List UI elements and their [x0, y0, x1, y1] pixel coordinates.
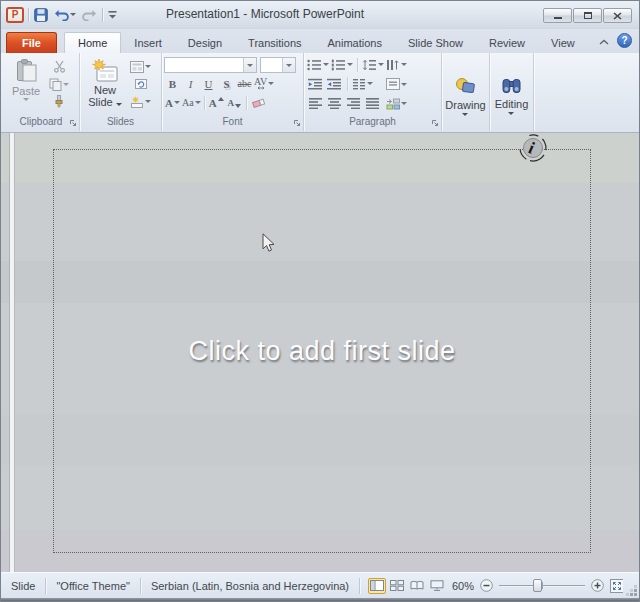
- editing-button[interactable]: Editing: [495, 72, 529, 115]
- zoom-in-icon: [591, 579, 604, 592]
- help-button[interactable]: ?: [617, 33, 632, 48]
- tab-file[interactable]: File: [6, 32, 57, 53]
- eraser-icon: [251, 97, 266, 109]
- layout-button[interactable]: [130, 58, 151, 75]
- justify-button[interactable]: [364, 94, 381, 111]
- zoom-out-button[interactable]: [480, 579, 493, 592]
- paste-icon: [15, 59, 38, 84]
- convert-smartart-button[interactable]: [386, 95, 407, 112]
- window-controls: [543, 8, 632, 23]
- increase-indent-button[interactable]: [326, 75, 343, 92]
- copy-button[interactable]: [49, 76, 69, 93]
- font-dialog-launcher[interactable]: [293, 118, 301, 126]
- align-text-button[interactable]: [386, 76, 407, 93]
- customize-qat-button[interactable]: [107, 9, 118, 20]
- line-spacing-button[interactable]: [362, 56, 384, 73]
- mouse-cursor: [262, 233, 276, 257]
- undo-button[interactable]: [53, 8, 77, 22]
- shrink-font-arrow: [235, 104, 241, 108]
- paste-label: Paste: [12, 85, 40, 97]
- italic-button[interactable]: I: [182, 75, 199, 92]
- reset-button[interactable]: [130, 76, 151, 93]
- powerpoint-app-icon[interactable]: P: [6, 7, 24, 23]
- zoom-slider-thumb[interactable]: [533, 579, 542, 592]
- bullets-button[interactable]: [307, 56, 329, 73]
- increase-indent-icon: [327, 78, 342, 90]
- status-theme[interactable]: "Office Theme": [46, 577, 139, 595]
- align-left-button[interactable]: [307, 94, 324, 111]
- columns-button[interactable]: [352, 75, 373, 92]
- resize-grip[interactable]: [634, 593, 637, 596]
- decrease-indent-icon: [308, 78, 323, 90]
- minimize-button[interactable]: [543, 8, 572, 23]
- new-slide-button[interactable]: New Slide: [82, 56, 128, 114]
- font-name-dropdown[interactable]: [243, 58, 256, 72]
- shrink-font-button[interactable]: A: [226, 94, 243, 111]
- text-direction-button[interactable]: [386, 56, 407, 73]
- editing-dropdown-arrow: [508, 112, 514, 115]
- cut-button[interactable]: [49, 58, 69, 75]
- divider: [102, 8, 103, 22]
- tab-view[interactable]: View: [538, 32, 588, 53]
- align-text-dropdown-arrow: [401, 83, 407, 86]
- reading-view-button[interactable]: [408, 578, 426, 594]
- paragraph-group-label: Paragraph: [349, 116, 396, 127]
- slides-group: New Slide Slides: [80, 53, 162, 131]
- font-name-combobox[interactable]: [164, 57, 257, 73]
- slide-sorter-view-button[interactable]: [388, 578, 406, 594]
- strikethrough-button[interactable]: abc: [236, 75, 253, 92]
- align-right-button[interactable]: [345, 94, 362, 111]
- columns-icon: [352, 78, 366, 90]
- divider: [28, 8, 29, 22]
- change-case-button[interactable]: Aa: [182, 94, 201, 111]
- normal-view-button[interactable]: [368, 578, 386, 594]
- decrease-indent-button[interactable]: [307, 75, 324, 92]
- window-bottom-edge: [1, 598, 639, 602]
- status-slide-indicator[interactable]: Slide: [1, 577, 45, 595]
- zoom-level[interactable]: 60%: [452, 580, 474, 592]
- clipboard-dialog-launcher[interactable]: [69, 118, 77, 126]
- tab-animations[interactable]: Animations: [315, 32, 395, 53]
- click-to-add-slide-text[interactable]: Click to add first slide: [53, 336, 591, 367]
- zoom-in-button[interactable]: [591, 579, 604, 592]
- smartart-dropdown-arrow: [401, 102, 407, 105]
- drawing-button[interactable]: Drawing: [445, 71, 485, 116]
- tab-slide-show[interactable]: Slide Show: [395, 32, 476, 53]
- tab-home[interactable]: Home: [64, 32, 121, 53]
- save-button[interactable]: [33, 7, 49, 23]
- format-painter-button[interactable]: [49, 93, 69, 110]
- pane-splitter[interactable]: [9, 133, 15, 572]
- close-button[interactable]: [603, 8, 632, 23]
- font-size-dropdown[interactable]: [282, 58, 295, 72]
- paragraph-dialog-launcher[interactable]: [431, 118, 439, 126]
- clear-formatting-button[interactable]: [250, 94, 267, 111]
- align-center-button[interactable]: [326, 94, 343, 111]
- paste-dropdown-arrow: [23, 98, 29, 101]
- section-button[interactable]: [130, 93, 151, 110]
- tab-transitions[interactable]: Transitions: [235, 32, 314, 53]
- paste-button[interactable]: Paste: [5, 56, 47, 114]
- text-shadow-button[interactable]: S: [218, 75, 235, 92]
- fit-slide-to-window-button[interactable]: [610, 579, 623, 592]
- tab-insert[interactable]: Insert: [121, 32, 175, 53]
- font-size-combobox[interactable]: [260, 57, 296, 73]
- underline-button[interactable]: U: [200, 75, 217, 92]
- numbering-button[interactable]: [331, 56, 353, 73]
- bold-button[interactable]: B: [164, 75, 181, 92]
- status-language[interactable]: Serbian (Latin, Bosnia and Herzegovina): [141, 577, 359, 595]
- slide-show-view-button[interactable]: [428, 578, 446, 594]
- tab-design[interactable]: Design: [175, 32, 235, 53]
- font-color-button[interactable]: A: [164, 94, 181, 111]
- title-bar[interactable]: P Presentation1 - Microsoft PowerPoint: [1, 1, 639, 29]
- redo-button-disabled[interactable]: [81, 8, 98, 22]
- zoom-slider-center-tick: [542, 582, 543, 589]
- minimize-ribbon-button[interactable]: [599, 31, 609, 49]
- tab-review[interactable]: Review: [476, 32, 538, 53]
- restore-button[interactable]: [573, 8, 602, 23]
- redo-icon: [82, 9, 97, 21]
- character-spacing-button[interactable]: AV: [254, 75, 274, 92]
- grow-font-button[interactable]: A: [208, 94, 225, 111]
- slide-editing-area[interactable]: Click to add first slide i: [1, 133, 639, 572]
- zoom-slider[interactable]: [499, 579, 585, 592]
- layout-icon: [130, 61, 144, 73]
